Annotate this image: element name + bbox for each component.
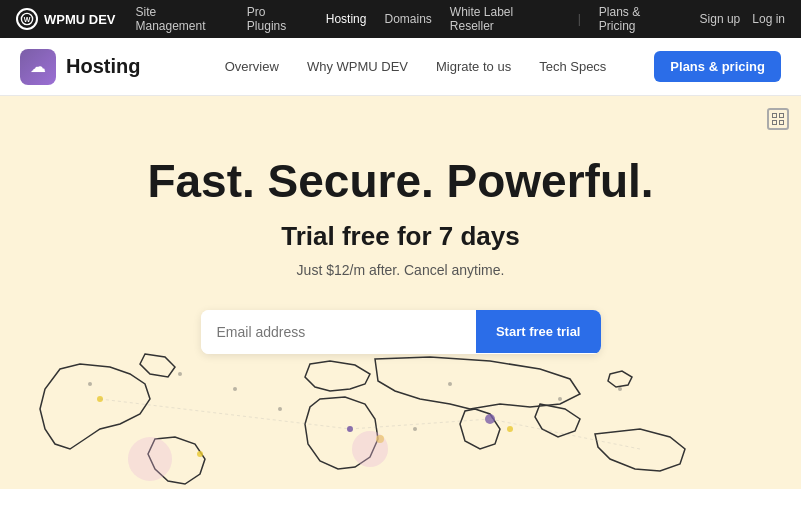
svg-line-20 [350,419,490,429]
hero-title: Fast. Secure. Powerful. [147,156,653,207]
svg-point-9 [128,437,172,481]
logo-icon: W [16,8,38,30]
secondary-logo-text: Hosting [66,55,140,78]
svg-point-3 [197,451,203,457]
svg-point-6 [507,426,513,432]
nav-domains[interactable]: Domains [384,12,431,26]
svg-point-18 [413,427,417,431]
world-map [0,349,801,489]
world-map-svg [0,349,801,489]
sign-up-button[interactable]: Sign up [700,12,741,26]
sec-nav-overview[interactable]: Overview [225,59,279,74]
svg-point-12 [278,407,282,411]
logo-link[interactable]: W WPMU DEV [16,8,116,30]
email-input[interactable] [201,310,476,354]
svg-rect-24 [773,121,777,125]
cloud-icon: ☁ [30,57,46,76]
secondary-navigation: ☁ Hosting Overview Why WPMU DEV Migrate … [0,38,801,96]
svg-point-16 [178,372,182,376]
hero-form: Start free trial [201,310,601,354]
nav-separator: | [578,12,581,26]
svg-rect-25 [780,121,784,125]
svg-point-11 [233,387,237,391]
hosting-icon: ☁ [20,49,56,85]
svg-point-14 [558,397,562,401]
expand-icon[interactable] [767,108,789,130]
svg-rect-22 [773,114,777,118]
svg-text:W: W [24,16,31,23]
sec-nav-migrate[interactable]: Migrate to us [436,59,511,74]
logo-text: WPMU DEV [44,12,116,27]
nav-hosting[interactable]: Hosting [326,12,367,26]
svg-line-19 [100,399,350,429]
secondary-nav-links: Overview Why WPMU DEV Migrate to us Tech… [225,51,781,82]
svg-point-15 [618,387,622,391]
top-nav-right: Sign up Log in [700,12,785,26]
hero-description: Just $12/m after. Cancel anytime. [297,262,505,278]
nav-plans-pricing[interactable]: Plans & Pricing [599,5,680,33]
svg-point-13 [448,382,452,386]
hero-section: Fast. Secure. Powerful. Trial free for 7… [0,96,801,489]
nav-pro-plugins[interactable]: Pro Plugins [247,5,308,33]
svg-rect-23 [780,114,784,118]
plans-pricing-button[interactable]: Plans & pricing [654,51,781,82]
hero-subtitle: Trial free for 7 days [281,221,519,252]
svg-point-8 [352,431,388,467]
sec-nav-tech-specs[interactable]: Tech Specs [539,59,606,74]
nav-site-management[interactable]: Site Management [136,5,229,33]
nav-white-label[interactable]: White Label Reseller [450,5,560,33]
svg-point-17 [88,382,92,386]
top-navigation: W WPMU DEV Site Management Pro Plugins H… [0,0,801,38]
secondary-logo: ☁ Hosting [20,49,140,85]
log-in-button[interactable]: Log in [752,12,785,26]
sec-nav-why-wpmu[interactable]: Why WPMU DEV [307,59,408,74]
start-trial-button[interactable]: Start free trial [476,310,601,353]
top-nav-links: Site Management Pro Plugins Hosting Doma… [136,5,680,33]
